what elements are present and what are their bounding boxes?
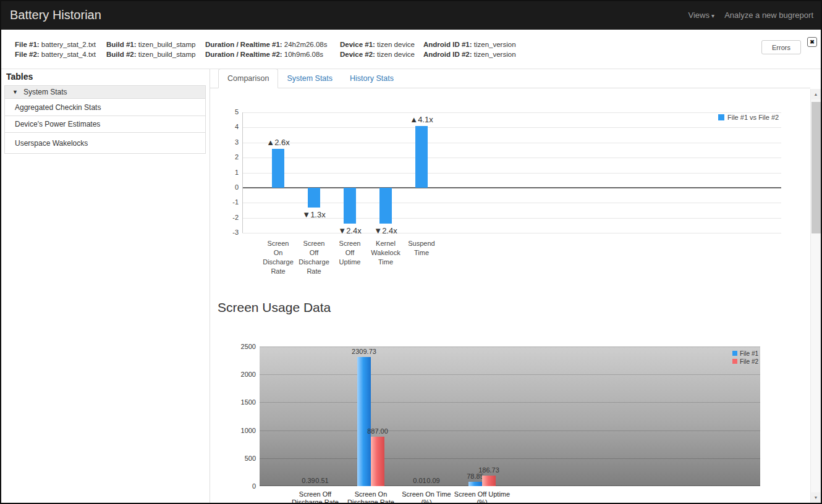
gridline: [260, 430, 760, 431]
gridline: [260, 458, 760, 459]
bar-screen-off-discharge-rate: [308, 188, 320, 208]
x-axis-line: [260, 485, 760, 486]
tab-history-stats[interactable]: History Stats: [341, 69, 402, 88]
sidebar-item-label: Device's Power Estimates: [15, 120, 100, 128]
info-row: File #2: battery_stat_4.txt: [15, 49, 96, 59]
info-label: Build #1:: [106, 41, 138, 48]
info-row: Android ID #2: tizen_version: [423, 49, 516, 59]
info-column: Build #1: tizen_build_stampBuild #2: tiz…: [106, 40, 195, 59]
info-value: battery_stat_4.txt: [41, 51, 96, 58]
bar-annotation: ▲2.6x: [253, 138, 303, 147]
sidebar-item-label: Userspace Wakelocks: [15, 139, 88, 148]
tab-comparison[interactable]: Comparison: [218, 69, 278, 88]
bar-screen-off-uptime: [344, 188, 356, 224]
gridline: [242, 158, 781, 158]
gridline: [242, 127, 781, 128]
info-value: battery_stat_2.txt: [41, 41, 96, 48]
y-tick-label: 0: [235, 482, 256, 490]
bar-value-label: 2309.73: [345, 348, 383, 355]
bar-suspend-time: [415, 126, 428, 188]
info-label: Android ID #2:: [423, 51, 474, 58]
info-row: Duration / Realtime #1: 24h2m26.08s: [205, 40, 328, 49]
gridline: [242, 203, 781, 203]
legend-item: File #2: [732, 358, 758, 366]
tab-bar: ComparisonSystem StatsHistory Stats: [210, 69, 810, 88]
tab-system-stats[interactable]: System Stats: [278, 69, 341, 88]
y-tick-label: 2: [218, 153, 239, 161]
y-tick-label: 1: [218, 169, 239, 176]
legend-swatch-file-2: [732, 359, 737, 364]
info-value: tizen device: [377, 41, 415, 48]
info-row: Build #2: tizen_build_stamp: [106, 49, 195, 59]
y-tick-label: 4: [218, 123, 239, 130]
bar-value-label: 186.73: [470, 466, 507, 474]
x-category-label: Screen Off Uptime(%): [445, 490, 519, 504]
info-value: tizen_version: [474, 41, 516, 48]
views-menu[interactable]: Views▾: [689, 10, 714, 20]
y-tick-label: -1: [218, 198, 239, 206]
zero-axis-line: [242, 187, 781, 188]
bar-annotation: ▼2.4x: [361, 226, 410, 235]
app-window: Battery Historian Views▾ Analyze a new b…: [0, 0, 822, 504]
scroll-up-arrow-icon[interactable]: ▲: [811, 89, 821, 99]
x-category-line: Screen Off Uptime: [445, 490, 519, 498]
x-category-line: Suspend: [397, 239, 446, 248]
info-label: Duration / Realtime #2:: [205, 51, 284, 58]
info-value: tizen device: [377, 51, 415, 58]
bar-value-label: 0.09: [415, 477, 452, 484]
bar-value-label: 887.00: [359, 427, 396, 435]
y-tick-label: -3: [218, 229, 239, 236]
x-category-line: (%): [445, 498, 519, 504]
info-label: Android ID #1:: [423, 41, 474, 48]
gridline: [242, 112, 781, 113]
tables-heading: Tables: [6, 72, 33, 82]
x-category-line: Time: [397, 248, 446, 258]
legend-item: File #1: [732, 350, 758, 358]
info-value: tizen_build_stamp: [138, 41, 196, 48]
x-category-label: SuspendTime: [397, 239, 446, 258]
y-tick-label: 2000: [235, 371, 256, 378]
scrollbar-thumb[interactable]: [811, 102, 821, 233]
scroll-down-arrow-icon[interactable]: ▼: [811, 492, 821, 503]
y-tick-label: 500: [235, 455, 256, 462]
y-tick-label: 1500: [235, 398, 256, 406]
legend-swatch-file1-vs-file2: [718, 114, 724, 120]
bar-annotation: ▲4.1x: [397, 115, 446, 124]
bar-kernel-wakelock-time: [379, 188, 392, 224]
info-row: Device #1: tizen device: [340, 40, 415, 49]
bar-file-1-screen-on-discharge-rate: [357, 357, 371, 486]
sidebar-group-system-stats[interactable]: ▼ System Stats: [4, 85, 206, 99]
bar-annotation: ▼1.3x: [289, 210, 339, 219]
info-label: Device #1:: [340, 41, 377, 48]
x-category-line: Rate: [289, 267, 339, 276]
section-title: Screen Usage Data: [218, 300, 331, 315]
info-value: tizen_version: [474, 51, 516, 58]
caret-down-icon: ▼: [12, 89, 18, 95]
y-tick-label: 0: [218, 183, 239, 191]
sidebar-item-aggregated-checkin-stats[interactable]: Aggregated Checkin Stats: [4, 99, 206, 116]
sidebar-item-device-s-power-estimates[interactable]: Device's Power Estimates: [4, 116, 206, 133]
info-label: Device #2:: [340, 51, 377, 58]
vertical-scrollbar[interactable]: ▲ ▼: [810, 89, 821, 503]
bugreport-info-bar: Errors ✖ File #1: battery_stat_2.txtFile…: [1, 30, 821, 69]
info-label: File #1:: [15, 41, 41, 48]
errors-button[interactable]: Errors: [761, 40, 801, 54]
views-menu-label: Views: [689, 10, 710, 20]
info-column: Device #1: tizen deviceDevice #2: tizen …: [340, 40, 415, 59]
info-column: Android ID #1: tizen_versionAndroid ID #…: [423, 40, 516, 59]
top-navbar: Battery Historian Views▾ Analyze a new b…: [1, 1, 821, 30]
analyze-new-bugreport-link[interactable]: Analyze a new bugreport: [724, 10, 813, 20]
gridline: [242, 173, 781, 174]
sidebar-item-userspace-wakelocks[interactable]: Userspace Wakelocks: [4, 133, 206, 154]
y-tick-label: 5: [218, 108, 239, 116]
info-row: Duration / Realtime #2: 10h9m6.08s: [205, 49, 328, 59]
gridline: [260, 346, 760, 347]
y-tick-label: -2: [218, 214, 239, 221]
gridline: [242, 143, 781, 143]
info-label: Build #2:: [106, 51, 138, 58]
bar-file-1-screen-off-uptime: [468, 482, 482, 486]
close-icon[interactable]: ✖: [807, 37, 817, 47]
legend: File #1File #2: [732, 350, 758, 366]
y-tick-label: 2500: [235, 343, 256, 350]
gridline: [260, 374, 760, 375]
